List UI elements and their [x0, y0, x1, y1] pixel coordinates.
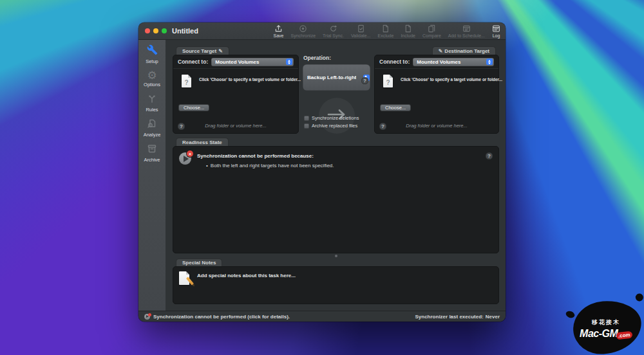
- readiness-state-section: Readiness State × Synchronization cannot…: [173, 138, 499, 253]
- log-button[interactable]: Log: [492, 24, 500, 38]
- traffic-lights: [145, 28, 167, 33]
- last-executed-status: Synchronizer last executed: Never: [415, 314, 500, 320]
- toolbar: Save Synchronize Trial Sync. Validate...…: [274, 24, 500, 38]
- destination-target-section: ✎ Destination Target Connect to: Mounted…: [374, 46, 499, 134]
- sync-blocked-icon: ×: [179, 152, 191, 165]
- close-button[interactable]: [145, 28, 150, 33]
- gear-icon: ⚙: [147, 70, 156, 81]
- synchronize-icon: [299, 24, 307, 33]
- archive-box-icon: [147, 143, 157, 156]
- notes-placeholder: Add special notes about this task here..…: [197, 273, 296, 278]
- compare-icon: [428, 24, 436, 33]
- validate-button: Validate...: [351, 24, 371, 38]
- operation-section: Operation: Backup Left-to-right ?: [299, 46, 374, 134]
- operation-label: Operation:: [303, 55, 370, 61]
- site-watermark: 移花接木 Mac-GM .com: [568, 297, 644, 355]
- status-bar: Synchronization cannot be performed (cli…: [138, 311, 506, 322]
- sidebar-item-setup[interactable]: Setup: [138, 44, 166, 64]
- source-target-tab: Source Target ✎: [176, 46, 229, 55]
- sidebar: Setup ⚙ Options Rules Analyze Archive: [138, 40, 166, 311]
- source-target-section: Source Target ✎ Connect to: Mounted Volu…: [173, 46, 299, 134]
- operation-help-button[interactable]: ?: [361, 77, 368, 84]
- synchronize-deletions-checkbox[interactable]: Synchronize deletions: [304, 115, 359, 121]
- readiness-help-button[interactable]: ?: [486, 152, 493, 159]
- setup-pane: Source Target ✎ Connect to: Mounted Volu…: [166, 40, 506, 311]
- save-button[interactable]: Save: [274, 24, 284, 38]
- source-connect-dropdown[interactable]: Mounted Volumes: [211, 58, 294, 66]
- watermark-brand: Mac-GM: [580, 328, 618, 340]
- source-choose-button[interactable]: Choose...: [178, 104, 209, 111]
- edit-pencil-icon[interactable]: ✎: [439, 48, 443, 54]
- destination-target-tab: ✎ Destination Target: [432, 46, 496, 55]
- validate-icon: [357, 24, 365, 33]
- destination-connect-dropdown[interactable]: Mounted Volumes: [413, 58, 494, 66]
- readiness-state-panel: × Synchronization cannot be performed be…: [173, 146, 499, 253]
- readiness-reason: • Both the left and right targets have n…: [206, 163, 334, 168]
- archive-replaced-files-checkbox[interactable]: Archive replaced files: [304, 123, 359, 129]
- unknown-document-icon: ?: [383, 75, 393, 87]
- status-message[interactable]: Synchronization cannot be performed (cli…: [153, 314, 290, 320]
- readiness-state-tab: Readiness State: [176, 138, 229, 146]
- readiness-message: Synchronization cannot be performed beca…: [197, 153, 314, 159]
- unknown-document-icon: ?: [182, 75, 191, 87]
- analyze-icon: [147, 118, 157, 131]
- splitter-handle-icon: [335, 255, 337, 257]
- destination-drag-hint: Drag folder or volume here...: [375, 123, 498, 129]
- special-notes-tab: Special Notes: [176, 259, 222, 266]
- edit-pencil-icon[interactable]: ✎: [218, 48, 223, 54]
- bullet-icon: •: [206, 163, 208, 168]
- trial-sync-button: Trial Sync.: [323, 24, 344, 38]
- save-icon: [274, 24, 283, 33]
- add-to-schedule-button: Add to Schedule...: [448, 24, 485, 38]
- special-notes-editor[interactable]: Add special notes about this task here..…: [173, 266, 499, 304]
- sync-blocked-mini-icon: [144, 314, 150, 320]
- compare-button: Compare: [422, 24, 441, 38]
- minimize-button[interactable]: [153, 28, 158, 33]
- synchronize-button: Synchronize: [291, 24, 316, 38]
- dropdown-stepper-icon: [286, 59, 292, 65]
- zoom-button[interactable]: [162, 28, 167, 33]
- app-window: Untitled Save Synchronize Trial Sync. Va…: [138, 23, 506, 322]
- desktop-wallpaper: Untitled Save Synchronize Trial Sync. Va…: [0, 0, 644, 355]
- sidebar-item-rules[interactable]: Rules: [138, 93, 166, 113]
- destination-target-panel: Connect to: Mounted Volumes ? Click 'Cho…: [374, 55, 499, 134]
- operation-dropdown[interactable]: Backup Left-to-right: [303, 64, 370, 91]
- checkbox-icon: [304, 116, 309, 121]
- destination-drop-well[interactable]: ? Click 'Choose' to specify a target vol…: [375, 69, 498, 133]
- source-hint: Click 'Choose' to specify a target volum…: [199, 77, 301, 82]
- exclude-icon: [381, 24, 390, 33]
- connect-to-label: Connect to:: [178, 59, 208, 65]
- log-icon: [492, 24, 500, 33]
- dropdown-stepper-icon: [486, 59, 493, 65]
- watermark-cjk-text: 移花接木: [580, 318, 632, 327]
- sidebar-item-options[interactable]: ⚙ Options: [138, 70, 166, 87]
- destination-hint: Click 'Choose' to specify a target volum…: [401, 77, 502, 82]
- checkbox-icon: [304, 123, 309, 129]
- source-drop-well[interactable]: ? Click 'Choose' to specify a target vol…: [173, 69, 298, 133]
- source-drag-hint: Drag folder or volume here...: [173, 123, 298, 129]
- notes-document-icon: [179, 271, 189, 285]
- watermark-tld: .com: [616, 331, 633, 340]
- titlebar: Untitled Save Synchronize Trial Sync. Va…: [138, 23, 506, 40]
- exclude-button: Exclude: [378, 24, 394, 38]
- add-to-schedule-icon: [462, 24, 471, 33]
- trial-sync-icon: [329, 24, 337, 33]
- window-title: Untitled: [172, 27, 198, 35]
- include-icon: [404, 24, 412, 33]
- destination-choose-button[interactable]: Choose...: [380, 104, 411, 111]
- sidebar-item-archive[interactable]: Archive: [138, 143, 166, 163]
- special-notes-section: Special Notes Add special notes about th…: [173, 259, 499, 304]
- error-badge-icon: ×: [187, 150, 193, 157]
- pane-splitter[interactable]: [173, 253, 499, 259]
- include-button: Include: [401, 24, 415, 38]
- sidebar-item-analyze[interactable]: Analyze: [138, 118, 166, 138]
- connect-to-label: Connect to:: [379, 59, 410, 65]
- branch-icon: [147, 93, 157, 106]
- source-target-panel: Connect to: Mounted Volumes ? Click 'Cho…: [173, 55, 299, 134]
- wrench-icon: [147, 44, 158, 58]
